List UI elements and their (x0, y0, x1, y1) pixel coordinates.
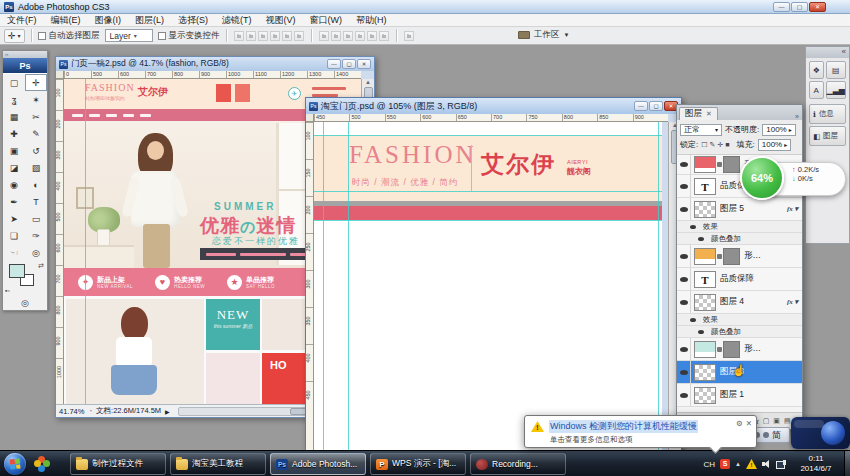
info-panel-button[interactable]: ℹ 信息 (809, 104, 846, 124)
action-center-warning-icon[interactable]: ! (746, 459, 757, 469)
lasso-tool[interactable]: ʓ (3, 91, 25, 108)
default-colors-icon[interactable]: ▪▫ (5, 287, 10, 294)
layers-tab[interactable]: 图层✕ (679, 107, 718, 120)
layer-thumbnail[interactable] (694, 341, 716, 358)
clone-stamp-tool[interactable]: ▣ (3, 142, 25, 159)
visibility-eye-icon[interactable] (677, 155, 691, 174)
layer-name[interactable]: 形… (744, 250, 761, 262)
menu-item[interactable]: 图像(I) (88, 14, 129, 27)
menu-item[interactable]: 编辑(E) (44, 14, 88, 27)
layer-comps-panel-button[interactable]: ◧ 图层 (809, 126, 846, 146)
distribute-icon[interactable] (343, 31, 353, 41)
rect-marquee-tool[interactable]: ▢ (3, 74, 25, 91)
gradient-tool[interactable]: ▨ (25, 159, 47, 176)
doc2-restore-button[interactable]: ▢ (649, 101, 663, 111)
taskbar-button[interactable]: Recording... (470, 453, 566, 475)
menu-item[interactable]: 选择(S) (171, 14, 215, 27)
doc1-title-bar[interactable]: Ps 门页—稿2.psd @ 41.7% (fashion, RGB/8) — … (56, 57, 374, 71)
layer-name[interactable]: 颜色叠加 (711, 327, 741, 337)
troubleshoot-icon[interactable]: ⚙ (736, 419, 743, 428)
histogram-panel-icon[interactable]: ▁▃▅ (826, 81, 846, 99)
foreground-color-swatch[interactable] (9, 264, 25, 278)
opacity-value[interactable]: 100%▸ (762, 124, 795, 136)
layer-mask-thumbnail[interactable] (723, 248, 740, 265)
doc1-zoom-level[interactable]: 41.74% (59, 407, 84, 416)
distribute-icon[interactable] (379, 31, 389, 41)
layer-row[interactable]: 图层 1 (677, 384, 802, 407)
layer-thumbnail[interactable] (694, 156, 716, 173)
auto-align-icon[interactable] (404, 31, 414, 41)
layer-name[interactable]: 图层 4 (720, 296, 744, 308)
ime-indicator[interactable]: CH (703, 460, 715, 469)
slice-tool[interactable]: ✂ (25, 108, 47, 125)
layer-row[interactable]: 图层 3 (677, 361, 802, 384)
healing-brush-tool[interactable]: ✚ (3, 125, 25, 142)
eyedropper-tool[interactable]: ✑ (25, 227, 47, 244)
hidden-icons-chevron[interactable]: ▲ (735, 461, 741, 467)
show-desktop-button[interactable] (844, 451, 850, 476)
workspace-switcher[interactable]: 工作区 ▼ (518, 29, 569, 41)
align-icon[interactable] (282, 31, 292, 41)
taskbar-button[interactable]: 制作过程文件 (70, 453, 166, 475)
show-transform-checkbox[interactable] (158, 32, 166, 40)
doc2-minimize-button[interactable]: — (634, 101, 648, 111)
visibility-eye-icon[interactable] (695, 233, 707, 244)
swap-colors-icon[interactable]: ⇄ (38, 262, 44, 270)
doc1-minimize-button[interactable]: — (327, 59, 341, 69)
layer-row[interactable]: 效果 (677, 221, 802, 233)
menu-item[interactable]: 视图(V) (259, 14, 303, 27)
menu-item[interactable]: 窗口(W) (303, 14, 350, 27)
balloon-title[interactable]: Windows 检测到您的计算机性能缓慢 (549, 420, 698, 433)
ime-punct-icon[interactable] (763, 432, 769, 438)
layer-name[interactable]: 图层 5 (720, 203, 744, 215)
visibility-eye-icon[interactable] (677, 245, 691, 267)
recorder-float-widget[interactable] (791, 417, 850, 449)
speed-ball[interactable]: 64% (740, 156, 784, 200)
layer-row[interactable]: 图层 4 (677, 291, 802, 314)
visibility-eye-icon[interactable] (677, 361, 691, 383)
ime-simplified-label[interactable]: 简 (772, 429, 781, 442)
layer-row[interactable]: 颜色叠加 (677, 326, 802, 338)
align-icon[interactable] (246, 31, 256, 41)
layer-thumbnail[interactable] (694, 294, 716, 311)
minimize-button[interactable]: — (773, 2, 790, 12)
magic-wand-tool[interactable]: ✶ (25, 91, 47, 108)
visibility-eye-icon[interactable] (677, 198, 691, 220)
pinwheel-app-icon[interactable] (34, 456, 50, 472)
distribute-icon[interactable] (331, 31, 341, 41)
fx-badge-icon[interactable] (787, 298, 798, 306)
crop-tool[interactable]: ▦ (3, 108, 25, 125)
brush-tool[interactable]: ✎ (25, 125, 47, 142)
toolbox-drag-bar[interactable]: ‹‹ (3, 51, 47, 58)
type-tool[interactable]: T (25, 193, 47, 210)
close-button[interactable]: ✕ (809, 2, 826, 12)
distribute-icon[interactable] (319, 31, 329, 41)
menu-item[interactable]: 滤镜(T) (215, 14, 259, 27)
taskbar-button[interactable]: Adobe Photosh... (270, 453, 366, 475)
zoom-tool[interactable]: ◎ (25, 244, 47, 261)
notes-tool[interactable]: ❏ (3, 227, 25, 244)
layer-row[interactable]: 形… (677, 338, 802, 361)
distribute-icon[interactable] (355, 31, 365, 41)
layer-mask-thumbnail[interactable] (723, 341, 740, 358)
dodge-tool[interactable]: ◐ (25, 176, 47, 193)
layer-row[interactable]: 颜色叠加 (677, 233, 802, 245)
layer-thumbnail[interactable] (694, 364, 716, 381)
align-icon[interactable] (234, 31, 244, 41)
visibility-eye-icon[interactable] (687, 314, 699, 325)
network-icon[interactable] (776, 460, 786, 469)
align-icon[interactable] (258, 31, 268, 41)
start-button[interactable] (4, 453, 26, 475)
layer-thumbnail[interactable] (694, 387, 716, 404)
maximize-button[interactable]: ▢ (791, 2, 808, 12)
styles-panel-icon[interactable]: ❖ (809, 61, 824, 79)
windows-notification-balloon[interactable]: ! Windows 检测到您的计算机性能缓慢 单击查看更多信息和选项 ⚙ ✕ (524, 415, 757, 448)
layer-name[interactable]: 效果 (703, 222, 718, 232)
layer-name[interactable]: 图层 1 (720, 389, 744, 401)
visibility-eye-icon[interactable] (677, 384, 691, 406)
layer-name[interactable]: 效果 (703, 315, 718, 325)
layer-thumbnail[interactable] (694, 248, 716, 265)
eraser-tool[interactable]: ◪ (3, 159, 25, 176)
close-tab-icon[interactable]: ✕ (706, 110, 712, 118)
layer-mode-select[interactable]: Layer▾ (105, 29, 153, 42)
